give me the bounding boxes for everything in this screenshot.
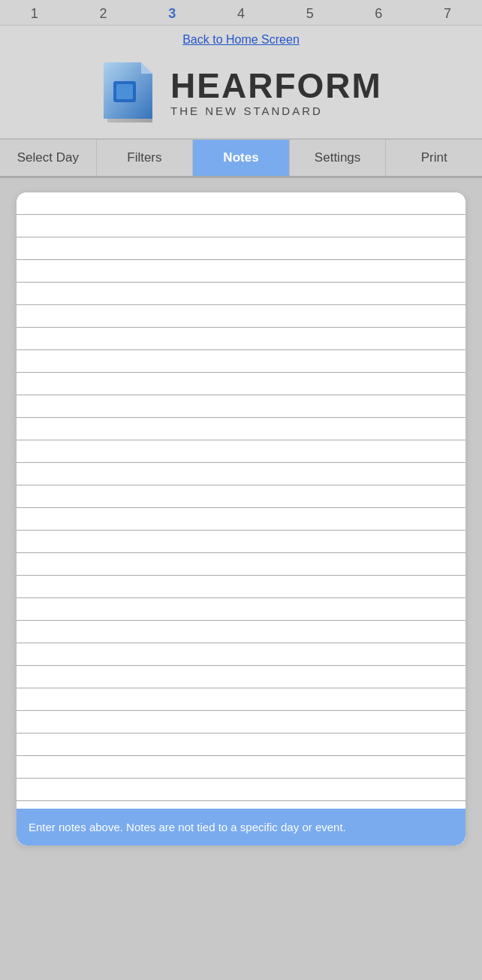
step-4[interactable]: 4 — [226, 6, 256, 22]
svg-marker-2 — [141, 62, 152, 74]
logo-area: HEARFORM THE NEW STANDARD — [0, 51, 482, 140]
content-area: Enter notes above. Notes are not tied to… — [0, 178, 482, 980]
notes-textarea[interactable] — [17, 192, 465, 809]
tab-print[interactable]: Print — [386, 140, 482, 176]
step-2[interactable]: 2 — [89, 6, 119, 22]
tab-filters[interactable]: Filters — [97, 140, 194, 176]
step-5[interactable]: 5 — [295, 6, 325, 22]
notes-hint: Enter notes above. Notes are not tied to… — [17, 809, 465, 845]
tab-settings[interactable]: Settings — [290, 140, 387, 176]
logo-text: HEARFORM THE NEW STANDARD — [170, 68, 382, 117]
step-bar: 1 2 3 4 5 6 7 — [0, 0, 482, 26]
back-to-home-link[interactable]: Back to Home Screen — [182, 33, 300, 46]
logo-sub-text: THE NEW STANDARD — [170, 104, 382, 117]
tab-notes[interactable]: Notes — [193, 140, 290, 176]
step-6[interactable]: 6 — [363, 6, 393, 22]
svg-rect-4 — [116, 84, 133, 99]
step-1[interactable]: 1 — [20, 6, 50, 22]
back-link-container: Back to Home Screen — [0, 26, 482, 51]
step-3[interactable]: 3 — [157, 6, 187, 22]
tab-select-day[interactable]: Select Day — [0, 140, 97, 176]
logo-main-text: HEARFORM — [170, 68, 382, 103]
logo-icon — [100, 59, 160, 126]
nav-tabs: Select Day Filters Notes Settings Print — [0, 140, 482, 178]
notes-card: Enter notes above. Notes are not tied to… — [16, 192, 466, 846]
step-7[interactable]: 7 — [432, 6, 462, 22]
